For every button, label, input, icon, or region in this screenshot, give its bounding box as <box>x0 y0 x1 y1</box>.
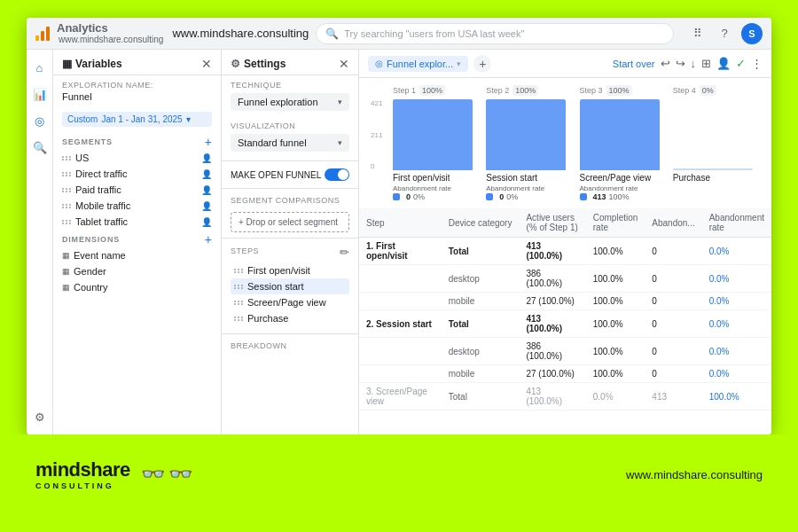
search-placeholder: Try searching "users from USA last week" <box>344 28 524 39</box>
add-segment-button[interactable]: + <box>205 136 212 148</box>
variables-icon: ▦ <box>62 58 72 70</box>
step-3-name: Screen/Page view <box>580 173 652 183</box>
step-1-pct: 100% <box>419 85 445 96</box>
table-row: mobile 27 (100.0%) 100.0% 0 0.0% <box>359 365 771 383</box>
sidebar-icon-settings[interactable]: ⚙ <box>29 406 51 427</box>
more-icon[interactable]: ⋮ <box>751 57 763 70</box>
glasses-icon: 👓 <box>141 463 165 486</box>
undo-icon[interactable]: ↩ <box>661 57 670 70</box>
variables-close-button[interactable]: ✕ <box>201 57 212 71</box>
dim-event-name[interactable]: ▦ Event name <box>53 247 221 263</box>
col-completion: Completionrate <box>586 208 645 238</box>
step-screen-page-view[interactable]: Screen/Page view <box>231 294 349 310</box>
brand-logo: mindshare CONSULTING <box>35 458 130 490</box>
segment-tablet-traffic[interactable]: Tablet traffic 👤 <box>53 214 221 230</box>
visualization-chevron-icon: ▾ <box>338 138 342 147</box>
step-3-abandon-vals: 413 100% <box>580 192 630 201</box>
completion-total-1: 100.0% <box>586 238 645 265</box>
step-drag-handle-4 <box>234 317 244 321</box>
dim-event-name-label: Event name <box>74 250 126 261</box>
add-dimension-button[interactable]: + <box>205 233 212 246</box>
step-2-name: Session start <box>486 173 537 183</box>
browser-window: Analytics www.mindshare.consulting www.m… <box>27 18 771 434</box>
sidebar-icon-explore[interactable]: ◎ <box>29 110 51 131</box>
step-drag-handle-2 <box>234 285 244 289</box>
step-3-pct: 100% <box>606 85 632 96</box>
sidebar-icon-home[interactable]: ⌂ <box>29 57 51 78</box>
settings-close-button[interactable]: ✕ <box>339 57 349 71</box>
device-total-3: Total <box>442 383 520 411</box>
step-3-bar-container <box>580 99 669 170</box>
technique-chevron-icon: ▾ <box>338 98 342 106</box>
date-range-section: Custom Jan 1 - Jan 31, 2025 ▾ <box>53 107 221 132</box>
funnel-toolbar-right: Start over ↩ ↪ ↓ ⊞ 👤 ✓ ⋮ <box>613 57 763 70</box>
sidebar-icon-reports[interactable]: 📊 <box>29 83 51 105</box>
funnel-steps-container: Step 1 100% 421 211 0 <box>368 85 763 201</box>
abandon-total-3: 413 <box>645 383 701 411</box>
check-icon[interactable]: ✓ <box>736 57 746 70</box>
segment-us[interactable]: US 👤 <box>53 150 221 166</box>
technique-value: Funnel exploration <box>238 97 318 107</box>
segment-direct-traffic[interactable]: Direct traffic 👤 <box>53 166 221 182</box>
drop-segment-area[interactable]: + Drop or select segment <box>231 212 349 232</box>
step-purchase[interactable]: Purchase <box>231 310 349 326</box>
step-4-bar-container <box>673 99 763 170</box>
funnel-table: Step Device category Active users(% of S… <box>359 208 771 411</box>
custom-label: Custom <box>67 114 98 124</box>
step-session-start[interactable]: Session start <box>231 278 349 294</box>
help-icon[interactable]: ? <box>715 24 734 43</box>
steps-edit-icon[interactable]: ✏ <box>340 246 349 259</box>
user-avatar[interactable]: S <box>741 23 763 44</box>
steps-section: STEPS ✏ First open/visit <box>222 242 358 330</box>
segment-user-icon: 👤 <box>201 153 212 163</box>
redo-icon[interactable]: ↪ <box>676 57 685 70</box>
step-1-abandon-label: Abandonment rate <box>393 184 451 192</box>
date-picker[interactable]: Custom Jan 1 - Jan 31, 2025 ▾ <box>62 112 212 127</box>
device-total-1: Total <box>442 238 520 265</box>
add-tab-button[interactable]: + <box>473 55 491 73</box>
glasses-icon-2: 👓 <box>168 463 192 486</box>
exploration-name-section: EXPLORATION NAME: Funnel <box>53 75 221 107</box>
active-desktop-2: 386 (100.0%) <box>519 338 585 365</box>
open-funnel-toggle[interactable] <box>325 168 349 181</box>
funnel-tab[interactable]: ◎ Funnel explor... ▾ <box>368 56 468 72</box>
step-3-abandonment: Abandonment rate <box>580 184 638 192</box>
exploration-name-label: EXPLORATION NAME: <box>62 81 212 90</box>
apps-icon[interactable]: ⠿ <box>688 24 708 43</box>
settings-panel-header: ⚙ Settings ✕ <box>222 50 358 75</box>
sidebar-icon-advertising[interactable]: 🔍 <box>29 137 51 158</box>
technique-dropdown[interactable]: Funnel exploration ▾ <box>231 93 349 111</box>
top-bar-actions: ⠿ ? S <box>688 23 763 44</box>
segment-grid-icon <box>62 156 72 160</box>
step-4-bar <box>673 168 753 170</box>
start-over-button[interactable]: Start over <box>613 59 655 69</box>
completion-mobile-1: 100.0% <box>586 293 645 310</box>
step-1-count: 0 <box>406 192 411 201</box>
step-1-dot <box>393 193 400 200</box>
funnel-step-3: Step 3 100% Screen/Page view Abandonment… <box>580 85 669 201</box>
search-bar[interactable]: 🔍 Try searching "users from USA last wee… <box>316 23 674 44</box>
col-step: Step <box>359 208 442 238</box>
segment-user-icon-5: 👤 <box>201 217 212 227</box>
abandon-mobile-2: 0 <box>645 365 701 383</box>
active-mobile-2: 27 (100.0%) <box>519 365 585 383</box>
divider-2 <box>222 188 358 189</box>
dim-country[interactable]: ▦ Country <box>53 279 221 295</box>
dim-gender[interactable]: ▦ Gender <box>53 263 221 279</box>
table-row: desktop 386 (100.0%) 100.0% 0 0.0% <box>359 338 771 365</box>
col-device: Device category <box>442 208 520 238</box>
completion-mobile-2: 100.0% <box>586 365 645 383</box>
step-purchase-label: Purchase <box>247 313 288 324</box>
segment-paid-traffic[interactable]: Paid traffic 👤 <box>53 182 221 198</box>
share-icon[interactable]: ⊞ <box>701 57 711 70</box>
step-first-open[interactable]: First open/visit <box>231 262 349 278</box>
abandon-rate-desktop-2: 0.0% <box>702 338 771 365</box>
segment-mobile-traffic[interactable]: Mobile traffic 👤 <box>53 198 221 214</box>
col-abandon: Abandon... <box>645 208 701 238</box>
abandon-total-2: 0 <box>645 310 701 338</box>
active-total-1: 413 (100.0%) <box>519 238 585 265</box>
visualization-dropdown[interactable]: Standard funnel ▾ <box>231 134 349 152</box>
step-1-pct-abandon: 0% <box>413 192 425 201</box>
user-add-icon[interactable]: 👤 <box>716 57 731 70</box>
download-icon[interactable]: ↓ <box>691 57 697 70</box>
